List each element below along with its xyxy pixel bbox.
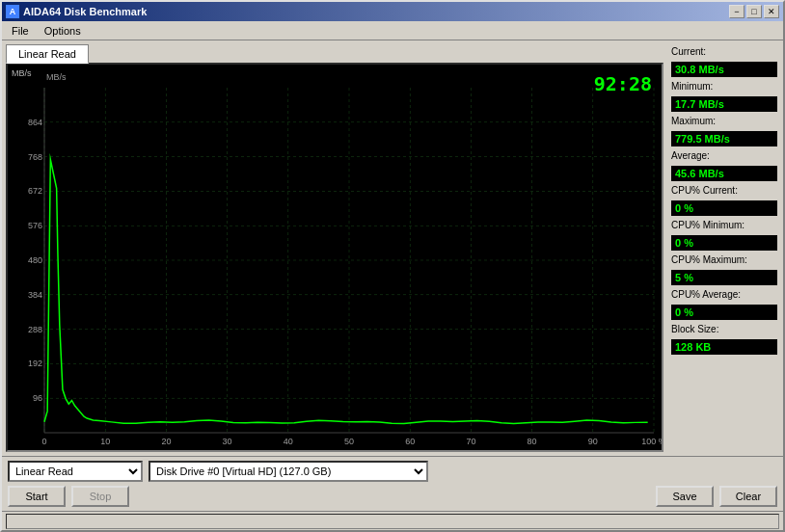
cpu-average-value: 0 % (671, 305, 777, 320)
average-value: 45.6 MB/s (671, 166, 777, 181)
cpu-maximum-label: CPU% Maximum: (671, 254, 777, 265)
menu-bar: File Options (2, 21, 783, 40)
maximum-value: 779.5 MB/s (671, 131, 777, 146)
cpu-maximum-value: 5 % (671, 270, 777, 285)
menu-file[interactable]: File (4, 21, 37, 40)
block-size-value: 128 KB (671, 339, 777, 355)
cpu-current-label: CPU% Current: (671, 185, 777, 196)
drive-select[interactable]: Disk Drive #0 [Virtual HD] (127.0 GB) (149, 461, 428, 482)
window-title: AIDA64 Disk Benchmark (23, 6, 147, 17)
cpu-minimum-label: CPU% Minimum: (671, 220, 777, 230)
tab-linear-read[interactable]: Linear Read (6, 44, 89, 64)
main-content: Linear Read MB/s 92:28 Current: 30.8 MB/… (2, 40, 783, 456)
clear-button[interactable]: Clear (719, 486, 777, 507)
cpu-current-value: 0 % (671, 200, 777, 216)
main-window: A AIDA64 Disk Benchmark − □ ✕ File Optio… (0, 0, 785, 532)
start-button[interactable]: Start (8, 486, 66, 507)
current-value: 30.8 MB/s (671, 62, 777, 77)
bottom-controls: Linear Read Random Read Write Copy Disk … (2, 456, 783, 511)
minimum-value: 17.7 MB/s (671, 96, 777, 112)
menu-options[interactable]: Options (37, 21, 89, 40)
minimize-button[interactable]: − (729, 5, 744, 18)
block-size-label: Block Size: (671, 324, 777, 334)
test-type-select[interactable]: Linear Read Random Read Write Copy (8, 461, 143, 482)
tab-bar: Linear Read (6, 44, 663, 64)
minimum-label: Minimum: (671, 81, 777, 92)
tab-panel: Linear Read MB/s 92:28 (2, 40, 667, 456)
stats-panel: Current: 30.8 MB/s Minimum: 17.7 MB/s Ma… (667, 40, 783, 456)
cpu-minimum-value: 0 % (671, 235, 777, 251)
button-row: Start Stop Save Clear (8, 486, 777, 507)
save-button[interactable]: Save (656, 486, 714, 507)
current-label: Current: (671, 46, 777, 57)
average-label: Average: (671, 150, 777, 161)
benchmark-chart (8, 65, 662, 450)
app-icon: A (6, 5, 19, 18)
close-button[interactable]: ✕ (764, 5, 779, 18)
status-text (6, 514, 779, 529)
select-row: Linear Read Random Read Write Copy Disk … (8, 461, 777, 482)
y-axis-unit: MB/s (12, 68, 32, 78)
title-bar: A AIDA64 Disk Benchmark − □ ✕ (2, 2, 783, 21)
status-bar (2, 511, 783, 530)
timer-display: 92:28 (594, 72, 652, 95)
chart-area: MB/s 92:28 (6, 63, 663, 452)
stop-button[interactable]: Stop (71, 486, 129, 507)
maximum-label: Maximum: (671, 116, 777, 126)
maximize-button[interactable]: □ (746, 5, 762, 18)
cpu-average-label: CPU% Average: (671, 289, 777, 300)
